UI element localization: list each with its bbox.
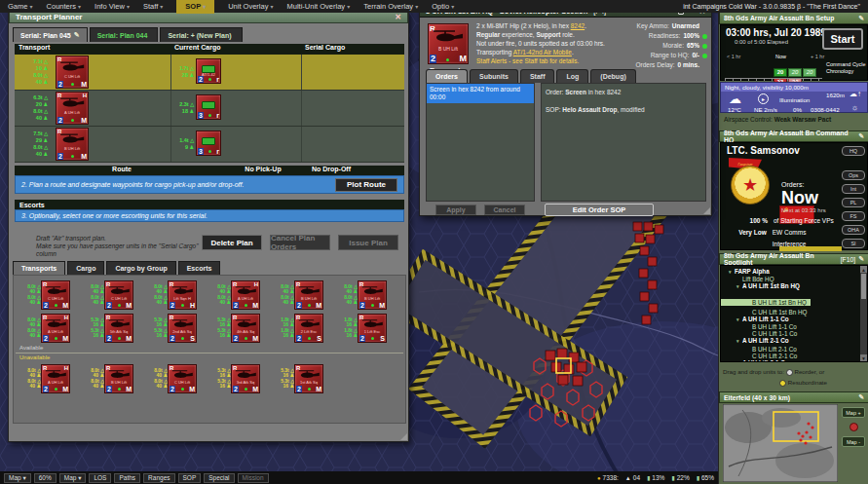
cancel-button[interactable]: Cancel [484,205,525,215]
plan-action-button[interactable]: Issue Plan [338,235,398,250]
status-toggle-button[interactable]: Map ▾ [4,473,31,483]
apply-button[interactable]: Apply [435,205,476,215]
reorder-radio[interactable] [786,369,793,376]
serial-tab[interactable]: Serial: Plan 045✎ [13,27,88,42]
resize-grip[interactable] [400,433,407,440]
status-toggle-button[interactable]: Ranges [143,473,174,483]
cargo-counter[interactable]: AT/1-42 2r [196,58,221,84]
unit-counter-cell[interactable]: 5.3t △ 16 ♟ 5.3t △ 16 ♟ R 4th Atk Sq 2M [208,312,271,344]
staff-button[interactable]: Int [842,184,865,194]
tree-item[interactable]: ▾FARP Alpha [721,268,867,276]
start-button[interactable]: Start [822,28,863,50]
staff-button[interactable]: OHA [842,225,865,235]
menu-item[interactable]: Counters ▾ [47,0,82,14]
cargo-counter[interactable]: 3r [196,94,221,120]
status-toggle-button[interactable]: SOP [178,473,202,483]
status-toggle-button[interactable]: Map ▾ [59,473,87,483]
unit-counter-cell[interactable]: 8.0t △ 40 ♟ 8.0t △ 40 ♟ RH A UH Lift 2M [18,312,81,344]
unit-counter-cell[interactable]: 1.8t △ 16 ♟ 1.8t △ 16 ♟ R 2 Lift Esc 2S [271,312,334,344]
tree-item[interactable]: ▾A UH Lift 1-1 Co [721,316,867,323]
unit-counter[interactable]: R B UH Lift 2M [56,128,89,161]
status-toggle-button[interactable]: LOS [89,473,111,483]
table-row[interactable]: 7.1t △ 10 ♟ 8.0t △ 40 ♟ R C UH Lift 2M 1… [15,55,404,91]
unit-counter-cell[interactable]: 8.0t △ 40 ♟ 8.0t △ 40 ♟ RH A UH Lift 2M [18,362,81,394]
unit-counter-cell[interactable]: 5.3t △ 16 ♟ 5.3t △ 16 ♟ R 3rd Atk Sq 2M [208,362,271,394]
pool-tab[interactable]: Cargo [67,261,104,275]
edit-icon[interactable]: ✎ [858,132,864,140]
pool-tab[interactable]: Escorts [178,261,221,275]
unit-counter-cell[interactable]: 8.0t △ 40 ♟ 8.0t △ 40 ♟ R C UH Lift 2M [18,279,81,311]
plot-route-button[interactable]: Plot Route [335,178,397,192]
tree-item[interactable]: B UH Lift 2-1 Co [721,346,867,353]
dialog-tab[interactable]: Orders [426,69,468,83]
tree-item[interactable]: ▾A UH Lift 3-1 Co [721,359,867,362]
menu-item[interactable]: Unit Overlay ▾ [228,0,273,14]
unit-counter-cell[interactable]: 8.0t △ 40 ♟ 8.0t △ 40 ♟ R C UH Lift 2M [144,362,208,394]
staff-button[interactable]: SI [842,239,865,248]
plan-action-button[interactable]: Cancel Plan Orders [270,235,330,250]
map-zoom-in-button[interactable]: Map + [842,407,865,418]
tree-scrollbar[interactable]: ▲ ▼ [860,266,867,361]
edit-icon[interactable]: ✎ [858,393,864,401]
pool-tab[interactable]: Transports [13,261,65,275]
tree-item[interactable]: C UH Lift 1-1 Co [721,330,867,337]
menu-item[interactable]: Multi-Unit Overlay ▾ [287,0,351,14]
pool-tab[interactable]: Cargo by Group [106,261,175,275]
close-icon[interactable]: ✕ [395,13,401,21]
edit-order-sop-button[interactable]: Edit Order SOP [545,204,654,216]
staff-button[interactable]: Ops [842,170,865,180]
plan-action-button[interactable]: Delete Plan [202,235,262,250]
unit-counter-cell[interactable]: 8.0t △ 40 ♟ 8.0t △ 40 ♟ RH A UH Lift 2M [208,279,271,311]
dialog-unit-counter[interactable]: R B UH Lift 2M [428,23,469,64]
menu-item[interactable]: SOP ▾ [176,0,214,14]
tree-item[interactable]: ▾A UH Lift 2-1 Co [721,337,867,345]
tree-item[interactable]: B UH Lift 1-1 Co [721,323,867,330]
staff-button[interactable]: FS [842,211,865,221]
menu-item[interactable]: Game ▾ [8,0,33,14]
unit-counter[interactable]: RH A UH Lift 2M [56,92,89,125]
edit-icon[interactable]: ✎ [858,255,864,263]
minimap[interactable] [723,404,838,482]
tree-item[interactable]: C UH Lift 2-1 Co [721,353,867,359]
unit-counter-cell[interactable]: 5.3t △ 16 ♟ 5.3t △ 16 ♟ R 1st Atk Sq 2M [271,362,334,394]
unit-counter-cell[interactable]: 5.3t △ 16 ♟ 5.3t △ 16 ♟ R 5th Atk Sq 2M [81,312,144,344]
resize-grip[interactable] [703,207,710,214]
table-row[interactable]: 7.5t △ 29 ♟ 8.0t △ 40 ♟ R B UH Lift 2M 1… [15,127,404,163]
unit-counter-cell[interactable]: 8.0t △ 40 ♟ 8.0t △ 40 ♟ R B UH Lift 2M [81,362,144,394]
status-toggle-button[interactable]: Special [204,473,234,483]
menu-item[interactable]: Terrain Overlay ▾ [363,0,418,14]
unit-counter-cell[interactable]: 8.0t △ 40 ♟ 8.0t △ 40 ♟ R B UH Lift 2M [334,279,397,311]
tree-item[interactable]: B UH Lift 1st Bn HQ [721,299,811,306]
hex-link[interactable]: 8242 [571,22,585,29]
map-zoom-out-button[interactable]: Map - [842,436,865,447]
unit-counter-cell[interactable]: 1.8t △ 16 ♟ 1.8t △ 16 ♟ R 1 Lift Esc 2S [334,312,397,344]
menu-item[interactable]: Info View ▾ [94,0,130,14]
hq-button[interactable]: HQ [842,146,865,156]
status-toggle-button[interactable]: Mission [238,473,269,483]
cargo-counter[interactable]: 3r [196,130,221,156]
tree-item[interactable]: ▾A UH Lift 1st Bn HQ [721,282,867,290]
dialog-tab[interactable]: Log [556,69,588,83]
cargo-link[interactable]: AT/1-42nd Air Mobile [513,49,572,56]
menu-item[interactable]: Staff ▾ [143,0,163,14]
unit-counter[interactable]: R C UH Lift 2M [56,56,89,89]
dialog-tab[interactable]: (Debug) [590,69,635,83]
dialog-tab[interactable]: Staff [520,69,555,83]
unit-counter-cell[interactable]: 5.3t △ 16 ♟ 5.3t △ 16 ♟ R 2nd Atk Sq 2S [144,312,208,344]
order-list-item-selected[interactable]: Screen in hex 8242 from around 00:00 [427,84,534,103]
status-toggle-button[interactable]: 60% [34,473,57,483]
recenter-icon[interactable] [849,423,858,431]
unit-counter-cell[interactable]: 8.0t △ 40 ♟ 8.0t △ 40 ♟ R C UH Lift 2M [81,279,144,311]
unit-counter-cell[interactable]: 8.0t △ 40 ♟ 8.0t △ 40 ♟ R B UH Lift 2M [271,279,334,311]
serial-tab[interactable]: Serial: + (New Plan) [160,27,242,42]
order-list[interactable]: Screen in hex 8242 from around 00:00 [426,83,535,202]
status-toggle-button[interactable]: Paths [114,473,140,483]
table-row[interactable]: 6.3t △ 20 ♟ 8.0t △ 40 ♟ RH A UH Lift 2M … [15,91,404,127]
staff-button[interactable]: PL [842,198,865,207]
tree-item[interactable]: C UH Lift 1st Bn HQ [721,309,867,316]
tree-item[interactable]: Lift Bde HQ [721,276,867,282]
menu-item[interactable]: Optio ▾ [432,0,454,14]
serial-tab[interactable]: Serial: Plan 044 [90,27,159,42]
unit-counter-cell[interactable]: 8.0t △ 40 ♟ 8.0t △ 40 ♟ R Lift Sqn H 2H [144,279,208,311]
edit-icon[interactable]: ✎ [858,15,864,22]
